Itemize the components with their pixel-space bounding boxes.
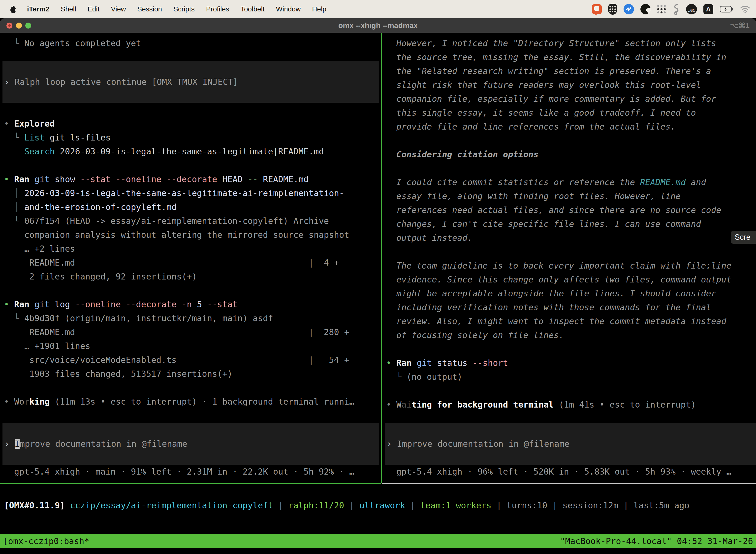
terminal-line: I could cite commit statistics or refere… bbox=[382, 175, 756, 189]
terminal-line: › Improve documentation in @filename bbox=[2, 437, 379, 451]
terminal-line: might be acceptable alongside the file l… bbox=[382, 286, 756, 300]
omx-status-line: [OMX#0.11.9] cczip/essay/ai-reimplementa… bbox=[0, 498, 756, 512]
terminal-line: companion file, especially if more comme… bbox=[382, 92, 756, 106]
terminal-line bbox=[382, 161, 756, 175]
terminal-line: The team guideline is to back every impo… bbox=[382, 259, 756, 273]
terminal-line: src/voice/voiceModeEnabled.ts | 54 + bbox=[0, 353, 381, 367]
menu-help[interactable]: Help bbox=[312, 5, 326, 13]
menu-app-iterm2[interactable]: iTerm2 bbox=[27, 5, 49, 13]
tmux-pane-left: └ No agents completed yet › Ralph loop a… bbox=[0, 33, 381, 483]
terminal-line: 1903 files changed, 513517 insertions(+) bbox=[0, 367, 381, 381]
terminal-line bbox=[0, 283, 381, 297]
terminal-line: └ 067f154 (HEAD -> essay/ai-reimplementa… bbox=[0, 214, 381, 228]
terminal-line: └ 4b9d30f (origin/main, instructkr/main,… bbox=[0, 311, 381, 325]
tmux-host-time: "MacBook-Pro-44.local" 04:52 31-Mar-26 bbox=[560, 536, 753, 546]
terminal-line: essay file, along with finding root file… bbox=[382, 189, 756, 203]
terminal-line: • Ran git show --stat --oneline --decora… bbox=[0, 172, 381, 186]
injected-message-box[interactable]: › Ralph loop active continue [OMX_TMUX_I… bbox=[2, 61, 379, 103]
terminal-line: review. Also, I might want to inspect th… bbox=[382, 314, 756, 328]
menu-profiles[interactable]: Profiles bbox=[206, 5, 229, 13]
window-title: omx --xhigh --madmax bbox=[0, 18, 756, 33]
terminal-line: companion analysis without altering the … bbox=[0, 228, 381, 242]
terminal-line: │ 2026-03-09-is-legal-the-same-as-legiti… bbox=[0, 186, 381, 200]
window-shortcut-badge: ⌥⌘1 bbox=[730, 18, 750, 33]
badge-zigzag-icon[interactable] bbox=[624, 4, 634, 14]
terminal-line: • Waiting for background terminal (1m 41… bbox=[382, 398, 756, 411]
terminal-line: output instead. bbox=[382, 231, 756, 245]
menu-toolbelt[interactable]: Toolbelt bbox=[241, 5, 265, 13]
macos-menu-bar: iTerm2 Shell Edit View Session Scripts P… bbox=[0, 0, 756, 18]
terminal-line: slight risk that future readers may over… bbox=[382, 78, 756, 92]
screen-overlay-label: Scre bbox=[735, 233, 751, 242]
input-source-icon[interactable]: A bbox=[703, 4, 713, 14]
terminal-line: this single essay, it seems like a good … bbox=[382, 106, 756, 120]
session-statusline-right: gpt-5.4 xhigh · 96% left · 520K in · 5.8… bbox=[382, 465, 756, 479]
terminal-line: README.md | 280 + bbox=[0, 325, 381, 339]
terminal-line: › Improve documentation in @filename bbox=[385, 437, 756, 451]
iterm2-window: omx --xhigh --madmax ⌥⌘1 └ No agents com… bbox=[0, 18, 756, 554]
agent-status-lines: └ No agents completed yet bbox=[0, 36, 381, 50]
pie-chart-icon[interactable] bbox=[640, 4, 651, 14]
prompt-input-right[interactable]: › Improve documentation in @filename bbox=[385, 423, 756, 465]
keypad-shield-icon[interactable] bbox=[608, 4, 617, 15]
terminal-line: └ (no output) bbox=[382, 370, 756, 384]
pane-border-right bbox=[382, 483, 756, 484]
agent-transcript-left: • Explored └ List git ls-files Search 20… bbox=[0, 117, 381, 408]
terminal-line: README.md | 4 + bbox=[0, 256, 381, 270]
menu-edit[interactable]: Edit bbox=[87, 5, 100, 13]
terminal-line: • Explored bbox=[0, 117, 381, 130]
tmux-pane-right: However, I noticed the "Directory Struct… bbox=[382, 33, 756, 483]
vpn-61-icon[interactable]: ..61 bbox=[686, 4, 697, 14]
terminal-line: Considering citation options bbox=[382, 148, 756, 161]
agent-transcript-right: However, I noticed the "Directory Struct… bbox=[382, 36, 756, 411]
tmux-status-bar: [omx-cczip0:bash* "MacBook-Pro-44.local"… bbox=[0, 534, 756, 548]
terminal-line: │ and-the-erosion-of-copyleft.md bbox=[0, 200, 381, 214]
screen-overlay-chip[interactable]: Scre bbox=[731, 231, 756, 244]
squiggle-icon[interactable] bbox=[672, 3, 680, 15]
terminal-line: gpt-5.4 xhigh · main · 91% left · 2.31M … bbox=[0, 465, 381, 479]
session-statusline-left: gpt-5.4 xhigh · main · 91% left · 2.31M … bbox=[0, 465, 381, 479]
terminal-line: • Ran git status --short bbox=[382, 356, 756, 370]
pane-border-left bbox=[0, 483, 381, 484]
prompt-input-left[interactable]: › Improve documentation in @filename bbox=[2, 423, 379, 465]
terminal-line bbox=[382, 245, 756, 259]
apple-menu-icon[interactable] bbox=[9, 5, 17, 13]
terminal-line: [OMX#0.11.9] cczip/essay/ai-reimplementa… bbox=[0, 498, 756, 512]
terminal-line bbox=[382, 384, 756, 398]
menu-window[interactable]: Window bbox=[276, 5, 301, 13]
menu-view[interactable]: View bbox=[111, 5, 126, 13]
terminal-line: gpt-5.4 xhigh · 96% left · 520K in · 5.8… bbox=[382, 465, 756, 479]
dots-grid-icon[interactable] bbox=[657, 5, 666, 13]
terminal-line: including verification notes with those … bbox=[382, 300, 756, 314]
tmux-window-name[interactable]: [omx-cczip0:bash* bbox=[3, 536, 89, 546]
terminal-line: references need actual files, and since … bbox=[382, 203, 756, 217]
terminal-line: └ No agents completed yet bbox=[0, 36, 381, 50]
terminal-line: › Ralph loop active continue [OMX_TMUX_I… bbox=[2, 75, 379, 89]
terminal-line: • Working (11m 13s • esc to interrupt) ·… bbox=[0, 395, 381, 408]
terminal-line: changes, I can't cite specific file line… bbox=[382, 217, 756, 231]
terminal-line bbox=[0, 381, 381, 395]
terminal-line: However, I noticed the "Directory Struct… bbox=[382, 36, 756, 50]
terminal-line: evidence. Since this change only affects… bbox=[382, 273, 756, 286]
menu-shell[interactable]: Shell bbox=[61, 5, 76, 13]
terminal-line: the source tree, missing the essay. Stil… bbox=[382, 50, 756, 64]
window-titlebar: omx --xhigh --madmax ⌥⌘1 bbox=[0, 18, 756, 33]
terminal-line: … +2 lines bbox=[0, 242, 381, 256]
terminal-line: └ List git ls-files bbox=[0, 130, 381, 145]
wifi-icon[interactable] bbox=[740, 5, 750, 13]
screen-recording-icon[interactable] bbox=[592, 4, 602, 14]
terminal-line: 2 files changed, 92 insertions(+) bbox=[0, 270, 381, 283]
terminal-line: Search 2026-03-09-is-legal-the-same-as-l… bbox=[0, 145, 381, 158]
terminal-line: • Ran git log --oneline --decorate -n 5 … bbox=[0, 297, 381, 311]
terminal-line: provide file and line references from th… bbox=[382, 120, 756, 133]
menu-scripts[interactable]: Scripts bbox=[173, 5, 195, 13]
terminal-line: of focusing solely on file lines. bbox=[382, 328, 756, 342]
terminal-line bbox=[382, 342, 756, 356]
menu-session[interactable]: Session bbox=[137, 5, 162, 13]
terminal-line bbox=[382, 133, 756, 148]
terminal-line: the "Related research writing" section i… bbox=[382, 64, 756, 78]
battery-icon[interactable] bbox=[720, 5, 734, 13]
terminal-line bbox=[0, 158, 381, 172]
terminal-line: … +1901 lines bbox=[0, 339, 381, 353]
